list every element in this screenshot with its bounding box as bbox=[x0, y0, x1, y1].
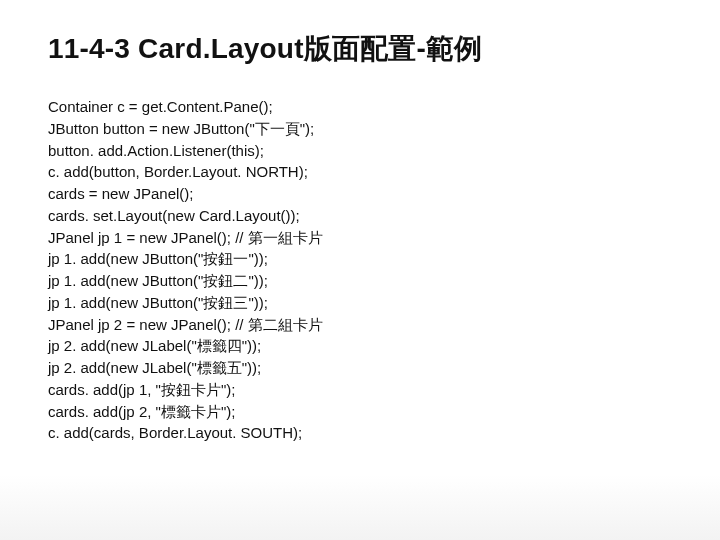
code-line: JPanel jp 1 = new JPanel(); // 第一組卡片 bbox=[48, 227, 672, 249]
code-line: cards. add(jp 2, "標籤卡片"); bbox=[48, 401, 672, 423]
code-line: button. add.Action.Listener(this); bbox=[48, 140, 672, 162]
code-line: Container c = get.Content.Pane(); bbox=[48, 96, 672, 118]
code-line: c. add(button, Border.Layout. NORTH); bbox=[48, 161, 672, 183]
code-line: jp 2. add(new JLabel("標籤五")); bbox=[48, 357, 672, 379]
code-line: cards = new JPanel(); bbox=[48, 183, 672, 205]
code-line: cards. set.Layout(new Card.Layout()); bbox=[48, 205, 672, 227]
code-block: Container c = get.Content.Pane(); JButto… bbox=[48, 96, 672, 444]
code-line: c. add(cards, Border.Layout. SOUTH); bbox=[48, 422, 672, 444]
code-line: jp 1. add(new JButton("按鈕一")); bbox=[48, 248, 672, 270]
slide: 11-4-3 Card.Layout版面配置-範例 Container c = … bbox=[0, 0, 720, 540]
code-line: cards. add(jp 1, "按鈕卡片"); bbox=[48, 379, 672, 401]
code-line: JPanel jp 2 = new JPanel(); // 第二組卡片 bbox=[48, 314, 672, 336]
code-line: jp 1. add(new JButton("按鈕二")); bbox=[48, 270, 672, 292]
page-title: 11-4-3 Card.Layout版面配置-範例 bbox=[48, 30, 672, 68]
code-line: JButton button = new JButton("下一頁"); bbox=[48, 118, 672, 140]
code-line: jp 1. add(new JButton("按鈕三")); bbox=[48, 292, 672, 314]
code-line: jp 2. add(new JLabel("標籤四")); bbox=[48, 335, 672, 357]
